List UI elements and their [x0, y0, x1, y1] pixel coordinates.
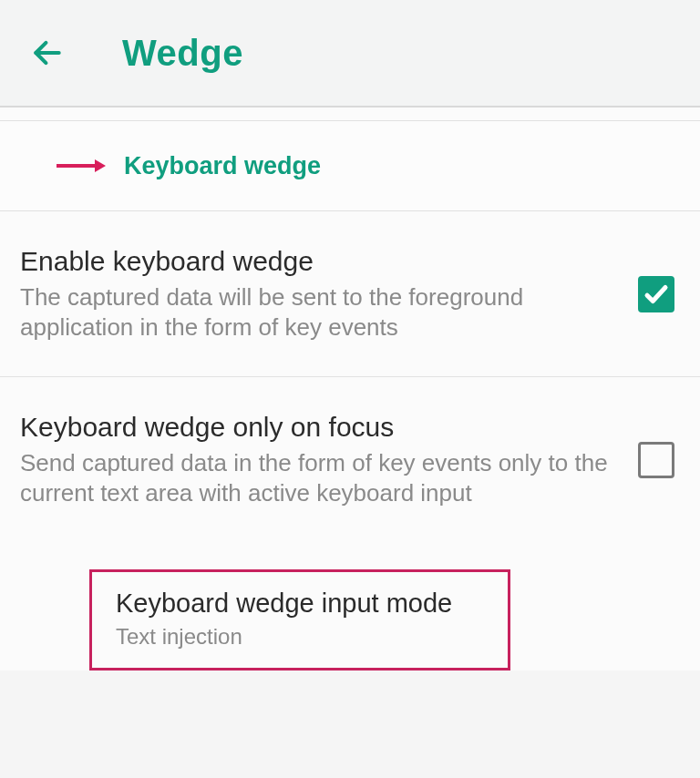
page-title: Wedge [122, 33, 243, 74]
setting-title: Keyboard wedge only on focus [20, 410, 620, 445]
back-arrow-icon[interactable] [27, 33, 67, 73]
section-header: Keyboard wedge [0, 120, 700, 211]
setting-title: Keyboard wedge input mode [116, 589, 486, 619]
section-title: Keyboard wedge [124, 152, 321, 180]
pointer-arrow-icon [55, 158, 106, 174]
setting-text: Keyboard wedge only on focus Send captur… [20, 410, 638, 509]
spacer [0, 107, 700, 120]
setting-desc: The captured data will be sent to the fo… [20, 282, 620, 344]
setting-text: Enable keyboard wedge The captured data … [20, 244, 638, 343]
svg-marker-2 [95, 159, 106, 172]
checkbox-unchecked-icon[interactable] [638, 442, 674, 478]
setting-desc: Send captured data in the form of key ev… [20, 448, 620, 510]
setting-title: Enable keyboard wedge [20, 244, 620, 279]
highlight-area: Keyboard wedge input mode Text injection [0, 542, 700, 671]
setting-keyboard-wedge-input-mode[interactable]: Keyboard wedge input mode Text injection [89, 569, 510, 671]
setting-keyboard-wedge-only-on-focus[interactable]: Keyboard wedge only on focus Send captur… [0, 377, 700, 542]
checkbox-checked-icon[interactable] [638, 276, 674, 312]
content-area: Keyboard wedge Enable keyboard wedge The… [0, 107, 700, 671]
setting-value: Text injection [116, 624, 486, 650]
app-bar: Wedge [0, 0, 700, 107]
setting-enable-keyboard-wedge[interactable]: Enable keyboard wedge The captured data … [0, 211, 700, 377]
